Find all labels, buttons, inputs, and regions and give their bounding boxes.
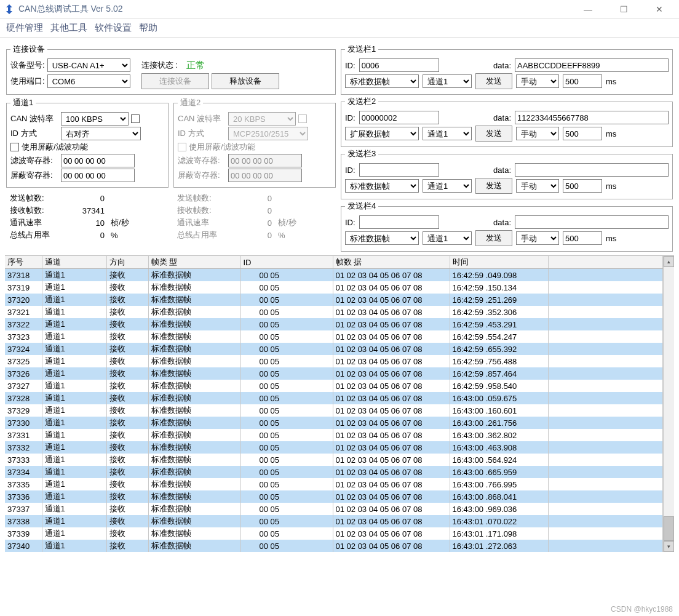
table-row[interactable]: 37335 通道1 接收 标准数据帧 00 05 01 02 03 04 05 … [5, 478, 663, 490]
send1-channel-select[interactable]: 通道1 [423, 74, 472, 88]
menu-hardware[interactable]: 硬件管理 [6, 22, 43, 34]
ch2-mask-checkbox [178, 143, 186, 151]
port-select[interactable]: COM6 [47, 74, 130, 88]
table-row[interactable]: 37322 通道1 接收 标准数据帧 00 05 01 02 03 04 05 … [5, 318, 663, 330]
send3-data-input[interactable] [515, 163, 669, 177]
send1-frametype-select[interactable]: 标准数据帧 [345, 74, 419, 88]
scroll-down-icon[interactable]: ▾ [664, 541, 674, 552]
stats2-bus-value: 0 [229, 231, 272, 240]
send2-frametype-select[interactable]: 扩展数据帧 [345, 127, 419, 140]
send4-data-input[interactable] [515, 215, 669, 229]
ch1-idmode-select[interactable]: 右对齐 [61, 127, 141, 140]
col-ch-header[interactable]: 通道 [42, 256, 106, 269]
send2-interval-input[interactable] [563, 127, 602, 140]
menu-help[interactable]: 帮助 [139, 22, 157, 34]
table-row[interactable]: 37334 通道1 接收 标准数据帧 00 05 01 02 03 04 05 … [5, 466, 663, 478]
ch1-filter-input[interactable] [61, 154, 135, 167]
send-legend-2: 发送栏2 [345, 96, 378, 107]
send4-frametype-select[interactable]: 标准数据帧 [345, 231, 419, 245]
stats2-rate-label: 通讯速率 [177, 217, 226, 228]
titlebar: CAN总线调试工具 Ver 5.02 — ☐ ✕ [0, 0, 679, 18]
send4-interval-input[interactable] [563, 231, 602, 245]
send2-channel-select[interactable]: 通道1 [423, 127, 472, 140]
ch1-mask-input[interactable] [61, 169, 135, 182]
send1-id-input[interactable] [359, 58, 439, 72]
table-row[interactable]: 37318 通道1 接收 标准数据帧 00 05 01 02 03 04 05 … [5, 269, 663, 282]
table-row[interactable]: 37327 通道1 接收 标准数据帧 00 05 01 02 03 04 05 … [5, 380, 663, 392]
ch1-baud-select[interactable]: 100 KBPS [61, 112, 129, 126]
connect-legend: 连接设备 [10, 44, 47, 55]
vertical-scrollbar[interactable]: ▴ ▾ [663, 256, 674, 552]
table-row[interactable]: 37338 通道1 接收 标准数据帧 00 05 01 02 03 04 05 … [5, 515, 663, 527]
send1-mode-select[interactable]: 手动 [516, 74, 559, 88]
ch1-filter-label: 滤波寄存器: [10, 155, 58, 166]
ch1-baud-label: CAN 波特率 [10, 113, 58, 124]
table-row[interactable]: 37324 通道1 接收 标准数据帧 00 05 01 02 03 04 05 … [5, 343, 663, 355]
stats2-panel: 发送帧数:0 接收帧数:0 通讯速率0桢/秒 总线占用率0% [173, 190, 336, 242]
send2-data-input[interactable] [515, 111, 669, 124]
table-row[interactable]: 37329 通道1 接收 标准数据帧 00 05 01 02 03 04 05 … [5, 404, 663, 417]
table-row[interactable]: 37340 通道1 接收 标准数据帧 00 05 01 02 03 04 05 … [5, 540, 663, 552]
send3-frametype-select[interactable]: 标准数据帧 [345, 179, 419, 193]
send1-interval-input[interactable] [563, 74, 602, 88]
data-grid[interactable]: 序号 通道 方向 帧类 型 ID 帧数 据 时间 37318 通道1 接收 标准… [5, 255, 674, 552]
table-row[interactable]: 37333 通道1 接收 标准数据帧 00 05 01 02 03 04 05 … [5, 454, 663, 466]
ch1-baud-checkbox[interactable] [131, 114, 140, 123]
table-row[interactable]: 37326 通道1 接收 标准数据帧 00 05 01 02 03 04 05 … [5, 367, 663, 380]
connect-button[interactable]: 连接设备 [141, 73, 209, 89]
send2-mode-select[interactable]: 手动 [516, 127, 559, 140]
send4-mode-select[interactable]: 手动 [516, 231, 559, 245]
send3-id-label: ID: [345, 166, 355, 175]
release-button[interactable]: 释放设备 [212, 73, 279, 89]
close-button[interactable]: ✕ [647, 2, 672, 17]
col-ft-header[interactable]: 帧类 型 [148, 256, 240, 269]
col-time-header[interactable]: 时间 [450, 256, 548, 269]
menubar: 硬件管理 其他工具 软件设置 帮助 [0, 18, 679, 37]
send4-send-button[interactable]: 发送 [475, 230, 512, 246]
col-data-header[interactable]: 帧数 据 [333, 256, 450, 269]
app-icon [4, 4, 15, 15]
send1-send-button[interactable]: 发送 [475, 73, 512, 89]
col-seq-header[interactable]: 序号 [5, 256, 42, 269]
send3-channel-select[interactable]: 通道1 [423, 179, 472, 193]
send3-send-button[interactable]: 发送 [475, 178, 512, 194]
menu-other-tools[interactable]: 其他工具 [50, 22, 87, 34]
maximize-button[interactable]: ☐ [611, 2, 636, 17]
table-row[interactable]: 37323 通道1 接收 标准数据帧 00 05 01 02 03 04 05 … [5, 330, 663, 343]
menu-settings[interactable]: 软件设置 [95, 22, 132, 34]
send4-channel-select[interactable]: 通道1 [423, 231, 472, 245]
ch2-baud-label: CAN 波特率 [178, 113, 226, 124]
channel2-legend: 通道2 [178, 97, 203, 108]
send1-data-input[interactable] [515, 58, 669, 72]
col-extra-header[interactable] [548, 256, 663, 269]
send3-mode-select[interactable]: 手动 [516, 179, 559, 193]
table-row[interactable]: 37337 通道1 接收 标准数据帧 00 05 01 02 03 04 05 … [5, 503, 663, 515]
ch2-idmode-select: MCP2510/2515 [228, 127, 308, 140]
send3-interval-input[interactable] [563, 179, 602, 193]
stats2-rx-label: 接收帧数: [177, 205, 226, 216]
send-legend-4: 发送栏4 [345, 201, 378, 212]
table-row[interactable]: 37332 通道1 接收 标准数据帧 00 05 01 02 03 04 05 … [5, 441, 663, 454]
ch1-mask-checkbox[interactable] [10, 143, 19, 151]
table-row[interactable]: 37328 通道1 接收 标准数据帧 00 05 01 02 03 04 05 … [5, 392, 663, 404]
table-row[interactable]: 37319 通道1 接收 标准数据帧 00 05 01 02 03 04 05 … [5, 281, 663, 294]
stats1-bus-label: 总线占用率 [10, 230, 59, 241]
send3-id-input[interactable] [359, 163, 439, 177]
table-row[interactable]: 37325 通道1 接收 标准数据帧 00 05 01 02 03 04 05 … [5, 355, 663, 367]
send2-id-input[interactable] [359, 111, 439, 124]
table-row[interactable]: 37336 通道1 接收 标准数据帧 00 05 01 02 03 04 05 … [5, 490, 663, 503]
col-id-header[interactable]: ID [240, 256, 333, 269]
table-row[interactable]: 37320 通道1 接收 标准数据帧 00 05 01 02 03 04 05 … [5, 294, 663, 306]
send4-id-input[interactable] [359, 215, 439, 229]
send2-send-button[interactable]: 发送 [475, 126, 512, 142]
minimize-button[interactable]: — [576, 2, 600, 17]
scroll-thumb[interactable] [664, 516, 674, 541]
col-dir-header[interactable]: 方向 [106, 256, 148, 269]
scroll-up-icon[interactable]: ▴ [664, 256, 674, 267]
table-row[interactable]: 37321 通道1 接收 标准数据帧 00 05 01 02 03 04 05 … [5, 306, 663, 318]
table-row[interactable]: 37331 通道1 接收 标准数据帧 00 05 01 02 03 04 05 … [5, 429, 663, 441]
ch2-filter-input [228, 154, 302, 167]
table-row[interactable]: 37339 通道1 接收 标准数据帧 00 05 01 02 03 04 05 … [5, 527, 663, 540]
table-row[interactable]: 37330 通道1 接收 标准数据帧 00 05 01 02 03 04 05 … [5, 417, 663, 429]
device-model-select[interactable]: USB-CAN A1+ [47, 58, 130, 72]
